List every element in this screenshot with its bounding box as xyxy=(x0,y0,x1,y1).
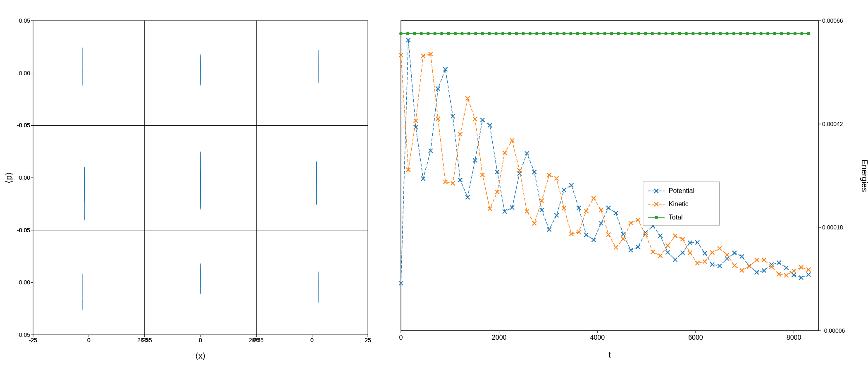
left-panel xyxy=(4,8,376,364)
main-container xyxy=(0,0,868,372)
right-panel xyxy=(376,8,864,364)
